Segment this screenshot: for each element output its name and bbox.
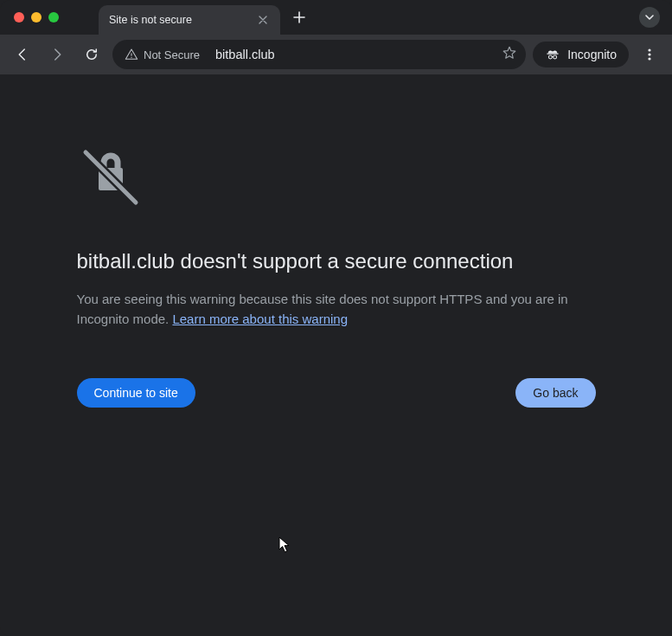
svg-point-0: [131, 57, 131, 58]
svg-line-9: [86, 152, 136, 202]
close-tab-icon[interactable]: [256, 13, 270, 27]
svg-point-4: [648, 48, 650, 51]
warning-body: You are seeing this warning because this…: [77, 289, 596, 330]
tab-overflow-button[interactable]: [639, 7, 660, 28]
warning-icon: [125, 48, 138, 61]
svg-point-2: [549, 55, 553, 59]
back-button[interactable]: [9, 41, 36, 68]
button-row: Continue to site Go back: [77, 378, 596, 408]
title-bar: Site is not secure: [0, 0, 672, 35]
bookmark-star-icon[interactable]: [498, 42, 521, 67]
forward-button[interactable]: [43, 41, 71, 68]
new-tab-button[interactable]: [287, 5, 311, 29]
address-bar[interactable]: Not Secure bitball.club: [112, 40, 526, 69]
go-back-button[interactable]: Go back: [515, 378, 595, 408]
maximize-window-button[interactable]: [48, 12, 59, 22]
incognito-chip[interactable]: Incognito: [533, 42, 629, 67]
close-window-button[interactable]: [14, 12, 24, 22]
reload-button[interactable]: [78, 41, 106, 68]
incognito-icon: [545, 47, 560, 62]
traffic-lights: [14, 12, 59, 22]
security-chip[interactable]: Not Secure: [118, 44, 207, 65]
url-text[interactable]: bitball.club: [215, 48, 490, 61]
svg-point-3: [554, 55, 557, 59]
continue-button[interactable]: Continue to site: [77, 378, 195, 408]
svg-point-5: [648, 53, 650, 55]
toolbar: Not Secure bitball.club Incognito: [0, 35, 672, 74]
svg-point-6: [648, 57, 650, 60]
browser-tab[interactable]: Site is not secure: [99, 5, 280, 35]
tab-title: Site is not secure: [109, 14, 249, 26]
svg-rect-1: [547, 54, 559, 55]
browser-window: Site is not secure: [0, 0, 672, 636]
learn-more-link[interactable]: Learn more about this warning: [172, 312, 348, 326]
security-interstitial: bitball.club doesn't support a secure co…: [77, 144, 596, 636]
security-chip-label: Not Secure: [144, 48, 200, 61]
minimize-window-button[interactable]: [31, 12, 42, 22]
browser-menu-button[interactable]: [636, 41, 663, 68]
tab-strip: Site is not secure: [99, 0, 639, 35]
page-heading: bitball.club doesn't support a secure co…: [77, 249, 596, 273]
incognito-label: Incognito: [567, 48, 617, 61]
page-content: bitball.club doesn't support a secure co…: [0, 74, 672, 636]
insecure-lock-icon: [77, 144, 596, 215]
